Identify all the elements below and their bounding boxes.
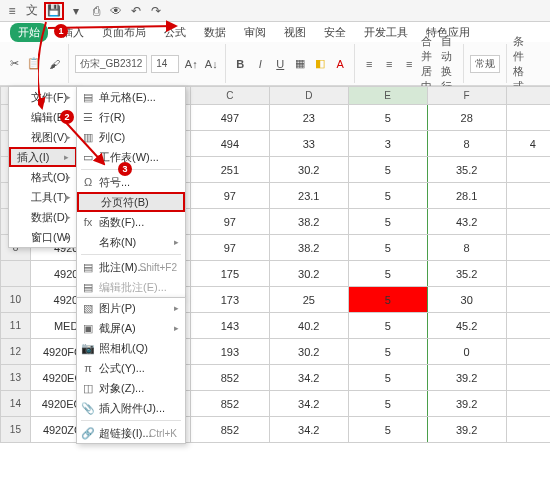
fx-icon: fx — [81, 216, 95, 228]
menu-icon[interactable]: ≡ — [4, 3, 20, 19]
merge-center-button[interactable]: 合并居中 — [421, 56, 437, 72]
insert-hyperlink[interactable]: 🔗超链接(I)...Ctrl+K — [77, 423, 185, 443]
insert-cols[interactable]: ▥列(C) — [77, 127, 185, 147]
wrap-text-button[interactable]: 自动换行 — [441, 56, 457, 72]
menu-data[interactable]: 数据(D)▸ — [9, 207, 77, 227]
cut-icon[interactable]: ✂ — [6, 56, 22, 72]
sheet-icon: ▭ — [81, 151, 95, 164]
print-icon[interactable]: ⎙ — [88, 3, 104, 19]
camera-icon: 📷 — [81, 342, 95, 355]
comment-icon: ▤ — [81, 261, 95, 274]
increase-font-icon[interactable]: A↑ — [183, 56, 199, 72]
col-icon: ▥ — [81, 131, 95, 144]
redo-icon[interactable]: ↷ — [148, 3, 164, 19]
callout-badge-1: 1 — [54, 24, 68, 38]
pi-icon: π — [81, 362, 95, 374]
qat-dropdown-icon[interactable]: ▾ — [68, 3, 84, 19]
decrease-font-icon[interactable]: A↓ — [203, 56, 219, 72]
tab-layout[interactable]: 页面布局 — [98, 23, 150, 42]
tab-formula[interactable]: 公式 — [160, 23, 190, 42]
menu-file[interactable]: 文件(F)▸ — [9, 87, 77, 107]
tab-start[interactable]: 开始 — [10, 23, 48, 42]
insert-attachment[interactable]: 📎插入附件(J)... — [77, 398, 185, 418]
tab-security[interactable]: 安全 — [320, 23, 350, 42]
insert-object[interactable]: ◫对象(Z)... — [77, 378, 185, 398]
file-tab[interactable]: 文 — [24, 3, 40, 19]
edit-comment[interactable]: ▤编辑批注(E)... — [77, 277, 185, 297]
ribbon: ✂ 📋 🖌 仿宋_GB2312 14 A↑ A↓ B I U ▦ ◧ A ≡ ≡… — [0, 42, 550, 86]
menu-insert[interactable]: 插入(I)▸ — [9, 147, 77, 167]
conditional-format-button[interactable]: 条件格式 — [513, 56, 529, 72]
font-size-select[interactable]: 14 — [151, 55, 179, 73]
number-format-select[interactable]: 常规 — [470, 55, 500, 73]
italic-icon[interactable]: I — [252, 56, 268, 72]
font-name-select[interactable]: 仿宋_GB2312 — [75, 55, 147, 73]
insert-cells[interactable]: ▤单元格(E)... — [77, 87, 185, 107]
row-icon: ☰ — [81, 111, 95, 124]
copy-icon[interactable]: 📋 — [26, 56, 42, 72]
fill-color-icon[interactable]: ◧ — [312, 56, 328, 72]
tab-review[interactable]: 审阅 — [240, 23, 270, 42]
align-center-icon[interactable]: ≡ — [381, 56, 397, 72]
undo-icon[interactable]: ↶ — [128, 3, 144, 19]
border-icon[interactable]: ▦ — [292, 56, 308, 72]
tab-view[interactable]: 视图 — [280, 23, 310, 42]
menu-format[interactable]: 格式(O)▸ — [9, 167, 77, 187]
insert-function[interactable]: fx函数(F)... — [77, 212, 185, 232]
bold-icon[interactable]: B — [232, 56, 248, 72]
insert-symbol[interactable]: Ω符号... — [77, 172, 185, 192]
workspace: CD EF 49723528 49433384 54920EC325130.25… — [0, 86, 550, 500]
cells-icon: ▤ — [81, 91, 95, 104]
save-icon: 💾 — [47, 4, 61, 17]
insert-camera[interactable]: 📷照相机(Q) — [77, 338, 185, 358]
ribbon-tabs: 开始 插入 页面布局 公式 数据 审阅 视图 安全 开发工具 特色应用 — [0, 22, 550, 42]
symbol-icon: Ω — [81, 176, 95, 188]
tab-dev[interactable]: 开发工具 — [360, 23, 412, 42]
insert-equation[interactable]: π公式(Y)... — [77, 358, 185, 378]
insert-name[interactable]: 名称(N)▸ — [77, 232, 185, 252]
edit-comment-icon: ▤ — [81, 281, 95, 294]
callout-badge-2: 2 — [60, 110, 74, 124]
link-icon: 🔗 — [81, 427, 95, 440]
screenshot-icon: ▣ — [81, 322, 95, 335]
insert-rows[interactable]: ☰行(R) — [77, 107, 185, 127]
callout-badge-3: 3 — [118, 162, 132, 176]
format-painter-icon[interactable]: 🖌 — [46, 56, 62, 72]
object-icon: ◫ — [81, 382, 95, 395]
insert-comment[interactable]: ▤批注(M)...Shift+F2 — [77, 257, 185, 277]
insert-page-break[interactable]: 分页符(B) — [77, 192, 185, 212]
attach-icon: 📎 — [81, 402, 95, 415]
menu-window[interactable]: 窗口(W)▸ — [9, 227, 77, 247]
insert-submenu: ▤单元格(E)... ☰行(R) ▥列(C) ▭工作表(W)... Ω符号...… — [76, 86, 186, 298]
tab-data[interactable]: 数据 — [200, 23, 230, 42]
underline-icon[interactable]: U — [272, 56, 288, 72]
align-right-icon[interactable]: ≡ — [401, 56, 417, 72]
insert-picture[interactable]: ▧图片(P)▸ — [77, 298, 185, 318]
insert-submenu-lower: ▧图片(P)▸ ▣截屏(A)▸ 📷照相机(Q) π公式(Y)... ◫对象(Z)… — [76, 297, 186, 444]
save-button[interactable]: 💾 — [44, 2, 64, 20]
menu-view[interactable]: 视图(V)▸ — [9, 127, 77, 147]
titlebar: ≡ 文 💾 ▾ ⎙ 👁 ↶ ↷ — [0, 0, 550, 22]
insert-sheet[interactable]: ▭工作表(W)... — [77, 147, 185, 167]
picture-icon: ▧ — [81, 302, 95, 315]
preview-icon[interactable]: 👁 — [108, 3, 124, 19]
font-color-icon[interactable]: A — [332, 56, 348, 72]
align-left-icon[interactable]: ≡ — [361, 56, 377, 72]
insert-screenshot[interactable]: ▣截屏(A)▸ — [77, 318, 185, 338]
menu-tools[interactable]: 工具(T)▸ — [9, 187, 77, 207]
